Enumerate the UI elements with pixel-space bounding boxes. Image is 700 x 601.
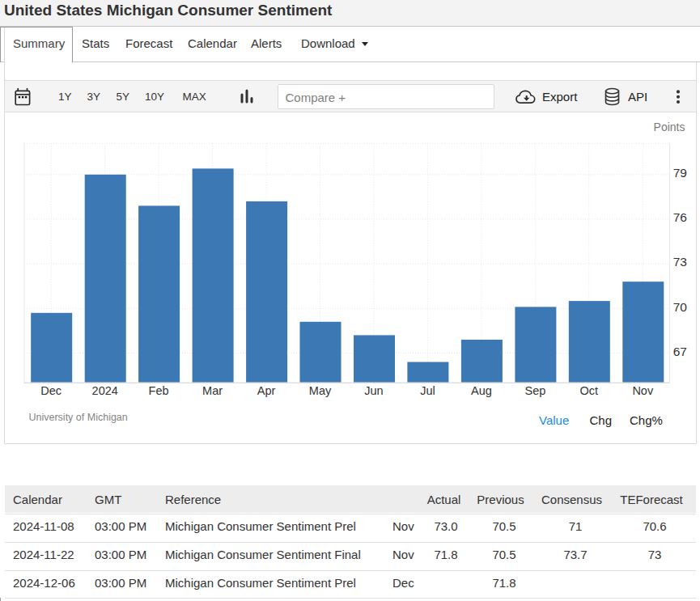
- svg-text:73: 73: [673, 255, 687, 269]
- svg-text:76: 76: [673, 210, 687, 224]
- svg-text:May: May: [309, 384, 332, 397]
- svg-text:2024: 2024: [92, 384, 118, 397]
- svg-text:Jun: Jun: [364, 384, 383, 397]
- svg-text:79: 79: [673, 166, 687, 180]
- svg-text:Oct: Oct: [580, 384, 599, 397]
- svg-text:Mar: Mar: [202, 384, 223, 397]
- svg-text:Sep: Sep: [524, 384, 545, 397]
- svg-text:Jul: Jul: [420, 384, 435, 397]
- svg-text:Apr: Apr: [257, 384, 276, 397]
- svg-text:Nov: Nov: [632, 384, 654, 397]
- svg-text:Feb: Feb: [149, 384, 169, 397]
- svg-text:Aug: Aug: [471, 384, 492, 397]
- svg-text:70: 70: [673, 300, 688, 314]
- svg-text:Dec: Dec: [40, 384, 62, 397]
- svg-text:Points: Points: [654, 121, 685, 133]
- svg-text:67: 67: [673, 345, 687, 358]
